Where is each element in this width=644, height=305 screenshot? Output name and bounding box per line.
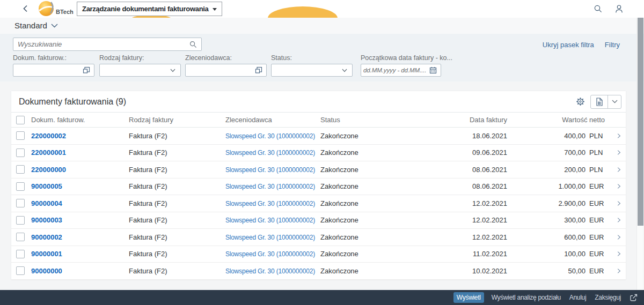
invoice-doc-link[interactable]: 220000001 [31, 148, 66, 157]
row-nav-icon[interactable] [617, 133, 621, 139]
table-row[interactable]: 90000002 Faktura (F2) Slowspeed Gr. 30 (… [11, 229, 626, 246]
payer-input-inner[interactable] [186, 66, 255, 75]
filters-link[interactable]: Filtry [605, 41, 620, 49]
payer-link[interactable]: Slowspeed Gr. 30 (1000000002) [225, 250, 315, 258]
row-nav-icon[interactable] [617, 150, 621, 155]
payer-link[interactable]: Slowspeed Gr. 30 (1000000002) [225, 149, 315, 157]
hide-filter-bar-link[interactable]: Ukryj pasek filtra [543, 41, 594, 49]
payer-link[interactable]: Slowspeed Gr. 30 (1000000002) [225, 183, 315, 190]
export-button[interactable] [591, 95, 608, 108]
export-split-button [590, 95, 621, 109]
filter-field-payer: Zleceniodawca: [185, 54, 267, 77]
doc-number-input[interactable] [13, 64, 94, 77]
invoice-type-select[interactable] [99, 64, 181, 77]
variant-bar: Standard [0, 18, 644, 34]
row-checkbox[interactable] [16, 250, 25, 258]
table-row[interactable]: 90000001 Faktura (F2) Slowspeed Gr. 30 (… [11, 246, 626, 263]
row-checkbox[interactable] [16, 199, 25, 207]
column-header-type[interactable]: Rodzaj faktury [127, 116, 223, 124]
table-row[interactable]: 220000000 Faktura (F2) Slowspeed Gr. 30 … [11, 161, 626, 178]
invoice-date-range-input[interactable] [361, 64, 441, 77]
doc-number-input-inner[interactable] [13, 66, 83, 75]
row-checkbox[interactable] [16, 233, 25, 241]
shell-search-icon[interactable] [594, 4, 603, 13]
invoice-doc-link[interactable]: 90000003 [31, 216, 62, 224]
invoice-date-cell: 12.02.2021 [414, 216, 510, 224]
company-logo[interactable]: BTech [38, 1, 72, 17]
column-header-payer[interactable]: Zleceniodawca [223, 116, 318, 124]
invoice-doc-link[interactable]: 220000000 [31, 166, 66, 174]
app-title-menu[interactable]: Zarządzanie dokumentami fakturowania [77, 2, 222, 16]
column-header-status[interactable]: Status [318, 116, 414, 124]
cancel-button[interactable]: Anuluj [568, 293, 588, 302]
display-split-analysis-button[interactable]: Wyświetl analizę podziału [491, 293, 562, 302]
value-help-icon[interactable] [255, 66, 262, 74]
net-value-cell: 1.000,00EUR [510, 182, 612, 190]
row-nav-icon[interactable] [617, 268, 621, 274]
value-help-icon[interactable] [83, 66, 90, 74]
row-checkbox[interactable] [16, 165, 25, 174]
search-field[interactable] [13, 38, 202, 51]
payer-link[interactable]: Slowspeed Gr. 30 (1000000002) [225, 267, 315, 275]
open-external-icon[interactable] [630, 294, 638, 302]
column-header-netvalue[interactable]: Wartość netto [510, 116, 612, 124]
search-icon[interactable] [189, 41, 197, 48]
table-row[interactable]: 220000001 Faktura (F2) Slowspeed Gr. 30 … [11, 145, 626, 162]
post-button[interactable]: Zaksięguj [594, 293, 622, 302]
status-cell: Zakończone [318, 148, 414, 157]
payer-link[interactable]: Slowspeed Gr. 30 (1000000002) [225, 200, 315, 207]
export-menu-button[interactable] [608, 95, 621, 108]
search-input[interactable] [13, 40, 189, 48]
table-title: Dokumenty fakturowania (9) [19, 97, 126, 107]
scrollbar-thumb[interactable] [638, 18, 643, 226]
table-row[interactable]: 90000003 Faktura (F2) Slowspeed Gr. 30 (… [11, 212, 626, 229]
row-nav-icon[interactable] [617, 167, 621, 173]
table-settings-icon[interactable] [576, 97, 585, 106]
invoice-doc-link[interactable]: 90000004 [31, 199, 62, 207]
invoice-date-cell: 08.06.2021 [414, 182, 510, 190]
invoice-doc-link[interactable]: 90000002 [31, 233, 62, 241]
column-header-date[interactable]: Data faktury [414, 116, 510, 124]
status-select[interactable] [271, 64, 353, 77]
invoice-doc-link[interactable]: 90000001 [31, 250, 62, 258]
invoice-date-cell: 08.06.2021 [414, 166, 510, 174]
row-nav-icon[interactable] [617, 234, 621, 240]
payer-link[interactable]: Slowspeed Gr. 30 (1000000002) [225, 166, 315, 174]
user-profile-icon[interactable] [614, 4, 624, 13]
row-checkbox[interactable] [16, 182, 25, 191]
row-checkbox[interactable] [16, 266, 25, 275]
table-row[interactable]: 90000000 Faktura (F2) Slowspeed Gr. 30 (… [11, 263, 626, 280]
row-nav-icon[interactable] [617, 200, 621, 206]
row-nav-icon[interactable] [617, 251, 621, 257]
back-icon[interactable] [21, 4, 30, 13]
status-select-inner[interactable] [272, 66, 341, 75]
row-checkbox[interactable] [16, 148, 25, 157]
payer-link[interactable]: Slowspeed Gr. 30 (1000000002) [225, 234, 315, 241]
row-checkbox[interactable] [16, 131, 25, 140]
table-row[interactable]: 220000002 Faktura (F2) Slowspeed Gr. 30 … [11, 128, 626, 145]
invoice-type-select-inner[interactable] [100, 66, 169, 75]
vertical-scrollbar[interactable] [636, 18, 643, 290]
payer-link[interactable]: Slowspeed Gr. 30 (1000000002) [225, 132, 315, 140]
invoice-date-cell: 11.02.2021 [414, 250, 510, 258]
invoice-date-cell: 12.02.2021 [414, 233, 510, 241]
invoice-doc-link[interactable]: 220000002 [31, 132, 66, 140]
invoice-doc-link[interactable]: 90000000 [31, 267, 62, 275]
invoice-doc-link[interactable]: 90000005 [31, 182, 62, 190]
row-nav-icon[interactable] [617, 183, 621, 189]
column-header-doc[interactable]: Dokum. fakturow. [29, 116, 127, 124]
export-spreadsheet-icon [595, 98, 603, 106]
row-nav-icon[interactable] [617, 217, 621, 223]
net-value-cell: 600,00EUR [510, 233, 612, 241]
table-row[interactable]: 90000004 Faktura (F2) Slowspeed Gr. 30 (… [11, 195, 626, 212]
select-all-checkbox[interactable] [16, 116, 25, 124]
payer-link[interactable]: Slowspeed Gr. 30 (1000000002) [225, 217, 315, 224]
shell-header: BTech Zarządzanie dokumentami fakturowan… [0, 0, 644, 18]
invoice-date-range-inner[interactable] [361, 67, 429, 73]
row-checkbox[interactable] [16, 216, 25, 225]
payer-input[interactable] [185, 64, 267, 77]
display-button[interactable]: Wyświetl [453, 292, 484, 303]
table-row[interactable]: 90000005 Faktura (F2) Slowspeed Gr. 30 (… [11, 178, 626, 196]
variant-selector[interactable]: Standard [14, 21, 58, 30]
calendar-icon[interactable] [429, 66, 437, 74]
